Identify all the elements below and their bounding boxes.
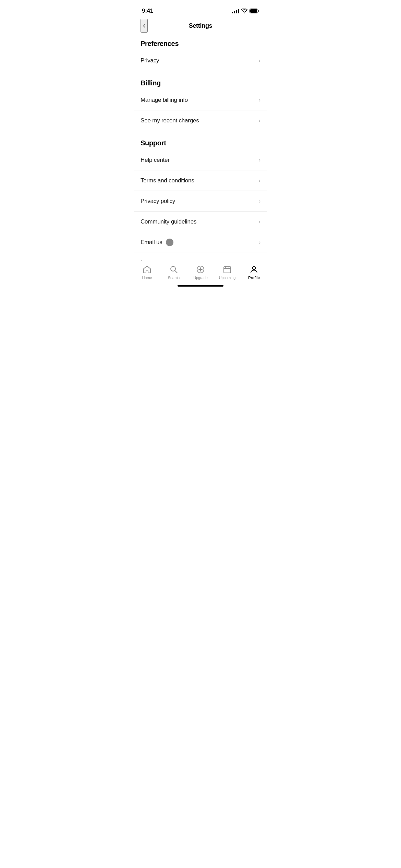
battery-icon: [250, 9, 259, 13]
manage-billing-label: Manage billing info: [141, 97, 188, 104]
nav-header: ‹ Settings: [134, 17, 267, 34]
profile-tab-label: Profile: [248, 276, 260, 280]
terms-item[interactable]: Terms and conditions ›: [134, 170, 267, 191]
page-title: Settings: [189, 22, 212, 29]
svg-point-11: [253, 267, 256, 270]
svg-rect-1: [250, 9, 257, 13]
signal-icon: [232, 9, 239, 13]
svg-rect-7: [224, 267, 231, 273]
chevron-right-icon: ›: [259, 118, 260, 124]
search-icon: [169, 265, 179, 274]
preferences-section: Preferences Privacy ›: [134, 34, 267, 71]
settings-content: Preferences Privacy › Billing Manage bil…: [134, 34, 267, 261]
billing-section-header: Billing: [134, 74, 267, 90]
help-center-item[interactable]: Help center ›: [134, 150, 267, 170]
email-us-item[interactable]: Email us ›: [134, 232, 267, 253]
chevron-right-icon: ›: [259, 219, 260, 225]
privacy-item[interactable]: Privacy ›: [134, 50, 267, 71]
tab-home[interactable]: Home: [135, 265, 159, 280]
terms-right: ›: [259, 178, 260, 184]
privacy-policy-item[interactable]: Privacy policy ›: [134, 191, 267, 212]
tab-upcoming[interactable]: Upcoming: [215, 265, 239, 280]
logout-item[interactable]: Log out: [134, 253, 267, 261]
support-section: Support Help center › Terms and conditio…: [134, 134, 267, 253]
home-indicator: [178, 285, 223, 287]
chevron-right-icon: ›: [259, 97, 260, 103]
recent-charges-label: See my recent charges: [141, 117, 199, 124]
community-guidelines-item[interactable]: Community guidelines ›: [134, 212, 267, 232]
manage-billing-item[interactable]: Manage billing info ›: [134, 90, 267, 110]
dot-indicator: [166, 239, 173, 246]
email-us-right: ›: [259, 239, 260, 245]
wifi-icon: [241, 9, 247, 13]
privacy-right: ›: [259, 58, 260, 64]
home-icon: [142, 265, 152, 274]
community-guidelines-right: ›: [259, 219, 260, 225]
help-center-label: Help center: [141, 157, 170, 164]
chevron-right-icon: ›: [259, 178, 260, 184]
upgrade-icon: [196, 265, 205, 274]
upcoming-tab-label: Upcoming: [219, 276, 236, 280]
upcoming-icon: [222, 265, 232, 274]
support-section-header: Support: [134, 134, 267, 150]
chevron-right-icon: ›: [259, 198, 260, 204]
privacy-policy-label: Privacy policy: [141, 198, 175, 205]
status-icons: [232, 9, 259, 13]
search-tab-label: Search: [168, 276, 180, 280]
home-tab-label: Home: [142, 276, 152, 280]
tab-profile[interactable]: Profile: [242, 265, 266, 280]
section-divider-2: [134, 131, 267, 134]
status-bar: 9:41: [134, 0, 267, 17]
billing-section: Billing Manage billing info › See my rec…: [134, 74, 267, 131]
section-divider-1: [134, 71, 267, 74]
chevron-right-icon: ›: [259, 239, 260, 245]
privacy-policy-right: ›: [259, 198, 260, 204]
recent-charges-item[interactable]: See my recent charges ›: [134, 110, 267, 131]
status-time: 9:41: [142, 8, 153, 14]
privacy-label: Privacy: [141, 57, 159, 64]
terms-label: Terms and conditions: [141, 177, 194, 184]
chevron-right-icon: ›: [259, 157, 260, 163]
help-center-right: ›: [259, 157, 260, 163]
preferences-section-header: Preferences: [134, 34, 267, 50]
profile-icon: [249, 265, 259, 274]
community-guidelines-label: Community guidelines: [141, 218, 196, 225]
tab-upgrade[interactable]: Upgrade: [189, 265, 212, 280]
back-button[interactable]: ‹: [141, 19, 148, 33]
svg-line-3: [175, 271, 178, 273]
upgrade-tab-label: Upgrade: [193, 276, 208, 280]
tab-search[interactable]: Search: [162, 265, 186, 280]
manage-billing-right: ›: [259, 97, 260, 103]
email-us-left: Email us: [141, 239, 173, 246]
recent-charges-right: ›: [259, 118, 260, 124]
email-us-label: Email us: [141, 239, 162, 246]
chevron-right-icon: ›: [259, 58, 260, 64]
